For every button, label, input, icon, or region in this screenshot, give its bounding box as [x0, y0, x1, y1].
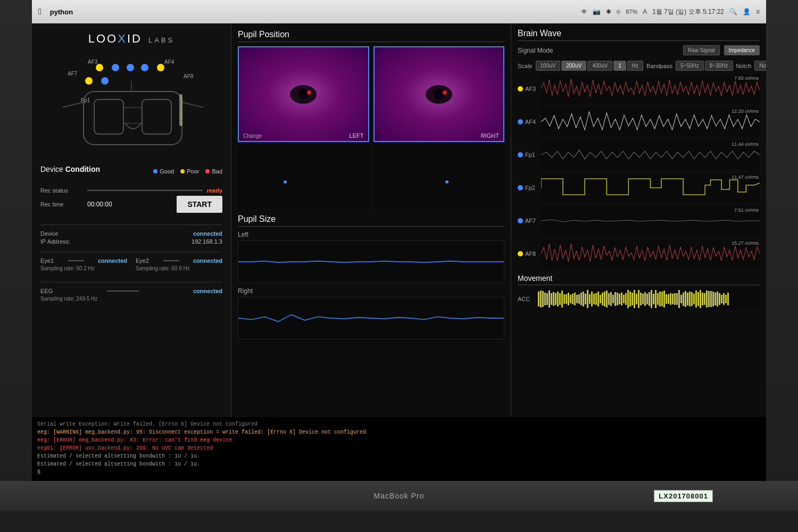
acc-bar-17 — [574, 293, 576, 305]
apple-logo:  — [38, 7, 41, 16]
left-camera-label: LEFT — [350, 132, 364, 139]
change-button[interactable]: Change — [243, 133, 262, 139]
datetime: 1월 7일 (일) 오후 5:17:22 — [652, 7, 724, 16]
device-value: connected — [193, 230, 222, 237]
eye1-row: Eye1 connected — [40, 257, 127, 264]
logo-area: LOOXID LABS — [40, 32, 222, 46]
device-info-row: Device connected — [40, 230, 222, 237]
rec-status-row: Rec status ready — [40, 187, 222, 194]
acc-bar-70 — [687, 293, 688, 305]
scale-400uv[interactable]: 400uV — [587, 61, 612, 71]
bandpass-830[interactable]: 8~30Hz — [705, 61, 733, 71]
af8-vrms: 15.27 uVrms — [732, 240, 759, 246]
acc-bar-52 — [649, 292, 650, 306]
acc-bar-61 — [668, 294, 669, 304]
svg-rect-19 — [179, 94, 182, 126]
battery-percent: 87% — [626, 9, 637, 15]
channel-af7: AF7 7.51 uVrms — [518, 205, 760, 237]
start-button[interactable]: START — [177, 196, 222, 213]
scale-1hz[interactable]: 1 — [613, 61, 626, 71]
acc-bar-21 — [583, 292, 584, 306]
pupil-size-section: Pupil Size Left Right — [238, 214, 504, 411]
ip-row: IP Address: 192.168.1.3 — [40, 238, 222, 245]
acc-bar-38 — [619, 294, 620, 304]
svg-point-10 — [85, 77, 93, 85]
menubar:  python 👁 📷 ✱ ⎋ 87% A 1월 7일 (일) 오후 5:17… — [32, 0, 766, 23]
left-pupil-inner — [298, 89, 309, 99]
right-camera-label: RIGHT — [481, 132, 499, 139]
fp2-label: Fp2 — [525, 185, 541, 191]
af4-vrms: 12.20 uVrms — [732, 109, 759, 114]
acc-bar-31 — [604, 292, 605, 306]
af8-chart: 15.27 uVrms — [541, 239, 760, 269]
rec-status-value: ready — [207, 187, 222, 194]
channel-af3: AF3 7.83 uVrms — [518, 73, 760, 105]
acc-bar-27 — [595, 293, 597, 305]
right-tracking-dot — [445, 180, 448, 184]
af7-dot — [518, 218, 523, 223]
bad-dot — [205, 169, 210, 173]
svg-rect-15 — [123, 107, 142, 123]
acc-bar-4 — [546, 293, 548, 305]
svg-text:AF8: AF8 — [184, 73, 194, 79]
eye1-sr-value: 60.2 Hz — [76, 265, 94, 271]
svg-line-17 — [182, 102, 203, 107]
acc-bar-46 — [636, 294, 637, 304]
ip-label: IP Address: — [40, 238, 70, 245]
signal-mode-label: Signal Mode — [518, 47, 553, 54]
acc-bar-45 — [634, 290, 635, 308]
acc-bar-37 — [617, 293, 618, 305]
svg-text:AF7: AF7 — [68, 71, 78, 77]
eeg-sr-label: Sampling rate: — [40, 296, 74, 302]
af7-label: AF7 — [525, 218, 541, 224]
scale-200uv[interactable]: 200uV — [561, 61, 586, 71]
fp1-dot — [518, 152, 523, 157]
acc-bar-30 — [602, 293, 603, 305]
acc-bar-81 — [710, 291, 712, 307]
acc-bar-76 — [700, 290, 701, 308]
rec-time-value: 00:00:00 — [87, 201, 177, 208]
camera-icon: 📷 — [593, 8, 601, 15]
acc-bar-65 — [676, 293, 678, 305]
eye1-label: Eye1 — [40, 257, 54, 264]
acc-bar-56 — [657, 293, 659, 304]
terminal-prompt: $ — [37, 468, 761, 476]
signal-mode-controls: Signal Mode Raw Signal Impedance — [518, 45, 760, 55]
search-icon[interactable]: 🔍 — [729, 8, 737, 15]
acc-bar-3 — [544, 293, 546, 305]
pupil-position-section: Pupil Position Change LEFT — [238, 30, 504, 209]
acc-bar-83 — [714, 293, 716, 305]
menubar-right: 👁 📷 ✱ ⎋ 87% A 1월 7일 (일) 오후 5:17:22 🔍 👤 ≡ — [581, 7, 760, 16]
svg-point-6 — [112, 64, 119, 71]
acc-bar-69 — [685, 291, 686, 307]
acc-bar-10 — [559, 293, 561, 305]
bluetooth-icon: ✱ — [606, 8, 611, 15]
acc-bar-66 — [678, 290, 680, 308]
impedance-btn[interactable]: Impedance — [724, 45, 760, 55]
device-condition: Device Condition Good Poor — [40, 165, 222, 181]
acc-bar-33 — [608, 293, 610, 305]
bandpass-buttons: 5~50Hz 8~30Hz — [676, 61, 733, 71]
device-diagram: AF3 AF4 AF7 AF8 Fp1 — [40, 54, 222, 161]
raw-signal-btn[interactable]: Raw Signal — [683, 45, 720, 55]
eye1-status: connected — [98, 257, 127, 264]
rec-time-label: Rec time — [40, 201, 83, 207]
scale-100uv[interactable]: 100uV — [536, 61, 561, 71]
acc-chart — [538, 288, 760, 310]
acc-bar-28 — [597, 292, 599, 307]
af4-chart: 12.20 uVrms — [541, 107, 760, 137]
good-dot — [153, 169, 157, 173]
af4-label: AF4 — [525, 119, 541, 125]
tracking-cameras — [238, 145, 504, 209]
scale-hz[interactable]: Hz — [627, 61, 643, 71]
bandpass-550[interactable]: 5~50Hz — [676, 61, 704, 71]
acc-row: ACC — [518, 288, 760, 310]
left-tracking-dot — [284, 180, 287, 184]
right-size-waveform — [238, 297, 504, 339]
wifi-icon: ⎋ — [617, 8, 620, 15]
acc-bar-39 — [621, 293, 622, 305]
eye-sensors: Eye1 connected Sampling rate: 60.2 Hz Ey… — [40, 257, 222, 272]
eye2-label: Eye2 — [136, 257, 149, 264]
fp1-label: Fp1 — [525, 152, 541, 158]
notch-none[interactable]: None — [754, 61, 766, 71]
